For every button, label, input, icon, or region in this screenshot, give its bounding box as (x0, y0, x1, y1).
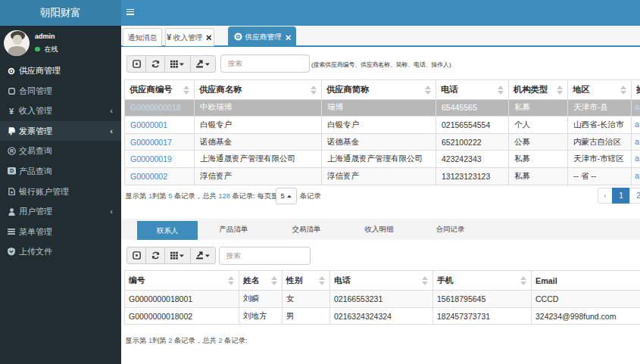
svg-text:D: D (9, 168, 13, 175)
svg-text:R: R (9, 148, 14, 154)
